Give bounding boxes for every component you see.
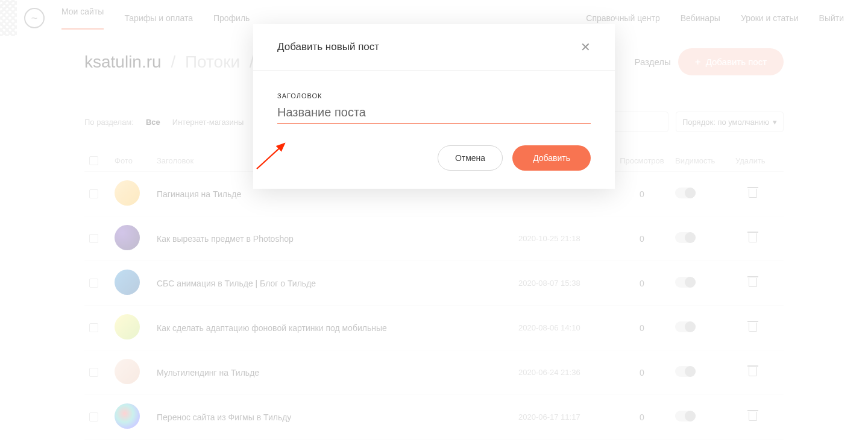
field-label-title: ЗАГОЛОВОК [277, 92, 591, 99]
cancel-button[interactable]: Отмена [438, 145, 503, 171]
modal-title: Добавить новый пост [277, 41, 379, 53]
modal-body: ЗАГОЛОВОК Отмена Добавить [253, 71, 615, 189]
post-title-input[interactable] [277, 99, 591, 124]
add-button[interactable]: Добавить [512, 145, 591, 171]
modal-actions: Отмена Добавить [277, 145, 591, 171]
close-icon[interactable]: ✕ [580, 41, 591, 53]
add-post-modal: Добавить новый пост ✕ ЗАГОЛОВОК Отмена Д… [253, 24, 615, 189]
modal-header: Добавить новый пост ✕ [253, 24, 615, 71]
